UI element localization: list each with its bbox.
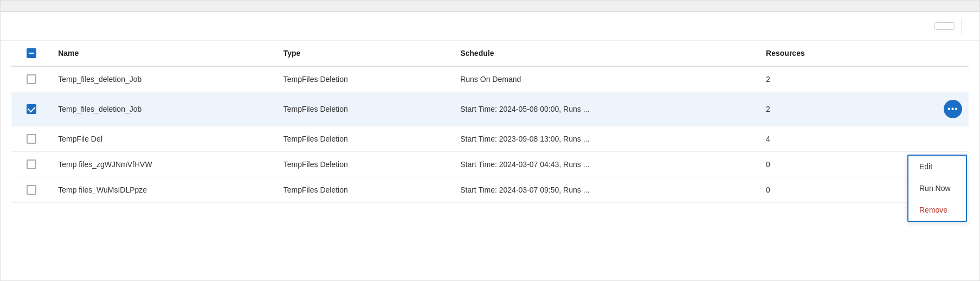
page-container: Name Type Schedule Resources Temp_files_…	[0, 0, 980, 281]
row-checkbox[interactable]	[27, 104, 36, 114]
table-container: Name Type Schedule Resources Temp_files_…	[1, 41, 979, 203]
table-row: Temp files_zgWJNmVfHVWTempFiles Deletion…	[11, 152, 969, 177]
jobs-table: Name Type Schedule Resources Temp_files_…	[11, 41, 969, 203]
page-header	[1, 1, 979, 12]
select-all-header[interactable]	[11, 41, 51, 66]
row-checkbox[interactable]	[27, 74, 36, 84]
row-type: TempFiles Deletion	[277, 177, 454, 203]
row-schedule: Start Time: 2024-03-07 04:43, Runs ...	[454, 152, 759, 177]
table-header: Name Type Schedule Resources	[11, 41, 969, 66]
row-schedule: Start Time: 2024-05-08 00:00, Runs ...	[454, 92, 759, 126]
table-body: Temp_files_deletion_JobTempFiles Deletio…	[11, 66, 969, 203]
row-checkbox[interactable]	[27, 185, 36, 195]
row-schedule: Start Time: 2024-03-07 09:50, Runs ...	[454, 177, 759, 203]
row-actions-cell	[904, 126, 969, 152]
context-run-now-button[interactable]: Run Now	[908, 177, 966, 199]
toolbar	[1, 12, 979, 41]
row-type: TempFiles Deletion	[277, 126, 454, 152]
row-type: TempFiles Deletion	[277, 66, 454, 92]
ellipsis-icon: •••	[947, 105, 958, 113]
col-header-schedule: Schedule	[454, 41, 759, 66]
row-resources: 0	[759, 177, 904, 203]
col-header-actions	[904, 41, 969, 66]
col-header-type: Type	[277, 41, 454, 66]
select-all-checkbox[interactable]	[27, 48, 36, 58]
row-name: Temp_files_deletion_Job	[51, 92, 277, 126]
row-checkbox-cell	[11, 92, 51, 126]
col-header-name: Name	[51, 41, 277, 66]
row-resources: 2	[759, 92, 904, 126]
row-checkbox-cell	[11, 126, 51, 152]
row-type: TempFiles Deletion	[277, 92, 454, 126]
row-type: TempFiles Deletion	[277, 152, 454, 177]
row-schedule: Runs On Demand	[454, 66, 759, 92]
row-name: TempFile Del	[51, 126, 277, 152]
row-checkbox[interactable]	[27, 159, 36, 169]
col-header-resources: Resources	[759, 41, 904, 66]
row-name: Temp_files_deletion_Job	[51, 66, 277, 92]
context-menu: Edit Run Now Remove	[907, 155, 967, 222]
row-checkbox-cell	[11, 66, 51, 92]
row-checkbox-cell	[11, 152, 51, 177]
row-resources: 2	[759, 66, 904, 92]
toolbar-divider	[962, 18, 962, 34]
table-row: Temp_files_deletion_JobTempFiles Deletio…	[11, 66, 969, 92]
row-action-button[interactable]: •••	[944, 100, 962, 118]
row-actions-cell	[904, 66, 969, 92]
row-schedule: Start Time: 2023-09-08 13:00, Runs ...	[454, 126, 759, 152]
table-row: Temp_files_deletion_JobTempFiles Deletio…	[11, 92, 969, 126]
table-row: Temp files_WuMsIDLPpzeTempFiles Deletion…	[11, 177, 969, 203]
row-checkbox-cell	[11, 177, 51, 203]
row-resources: 0	[759, 152, 904, 177]
row-name: Temp files_WuMsIDLPpze	[51, 177, 277, 203]
row-name: Temp files_zgWJNmVfHVW	[51, 152, 277, 177]
context-remove-button[interactable]: Remove	[908, 199, 966, 221]
context-edit-button[interactable]: Edit	[908, 156, 966, 177]
row-checkbox[interactable]	[27, 134, 36, 144]
selected-badge	[934, 22, 955, 30]
table-row: TempFile DelTempFiles DeletionStart Time…	[11, 126, 969, 152]
row-resources: 4	[759, 126, 904, 152]
row-actions-cell: •••	[904, 92, 969, 126]
